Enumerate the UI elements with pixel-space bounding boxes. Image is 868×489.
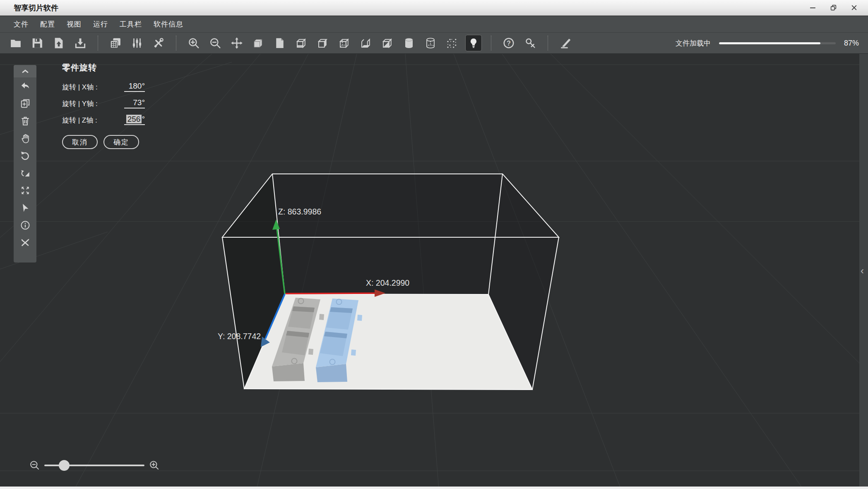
restore-button[interactable] — [829, 4, 837, 12]
page-button[interactable] — [272, 35, 288, 51]
cube-points-button[interactable] — [444, 35, 460, 51]
parameter-sliders-icon — [131, 37, 143, 49]
slice-knife-icon — [559, 37, 572, 49]
collapse-up-button[interactable] — [14, 65, 36, 77]
zoom-out-icon[interactable] — [29, 460, 40, 471]
menu-item-5[interactable]: 软件信息 — [154, 19, 183, 29]
loading-progress-fill — [719, 42, 820, 44]
degree-unit: ° — [142, 98, 145, 107]
import-model-icon — [53, 37, 65, 49]
z-axis-label: Z: 863.9986 — [278, 207, 321, 216]
rotate-y-input[interactable]: 73° — [124, 98, 145, 108]
machine-settings-icon — [109, 37, 122, 49]
rotate-y-row: 旋转 | Y轴 :73° — [62, 97, 145, 108]
repair-tools-button[interactable] — [14, 234, 36, 251]
rotate-button[interactable] — [14, 147, 36, 164]
cylinder-solid-button[interactable] — [401, 35, 417, 51]
menu-item-2[interactable]: 视图 — [67, 19, 82, 29]
export-model-icon — [74, 37, 87, 49]
rotate-z-value[interactable]: 256 — [126, 115, 142, 123]
rotate-z-label: 旋转 | Z轴 : — [62, 116, 97, 125]
duplicate-button[interactable] — [14, 95, 36, 112]
open-file-button[interactable] — [7, 35, 24, 51]
cube-solid-button[interactable] — [250, 35, 267, 51]
mirror-button[interactable] — [14, 164, 36, 182]
cube-half-icon — [381, 37, 394, 49]
light-button[interactable] — [465, 35, 482, 51]
panel-title: 零件旋转 — [62, 62, 145, 73]
cube-solid-icon — [252, 37, 264, 49]
zoom-out-button[interactable] — [207, 35, 224, 51]
pan-hand-button[interactable] — [14, 130, 36, 147]
info-button[interactable] — [14, 217, 36, 234]
minimize-icon — [809, 4, 816, 11]
title-bar: 智享切片软件 — [0, 0, 868, 16]
degree-unit: ° — [142, 115, 145, 123]
x-axis-label: X: 204.2990 — [366, 278, 409, 287]
help-icon: ? — [503, 37, 515, 49]
window-title: 智享切片软件 — [14, 0, 58, 16]
box-bottom-button[interactable] — [358, 35, 374, 51]
zoom-in-icon[interactable] — [149, 460, 160, 471]
machine-settings-button[interactable] — [107, 35, 124, 51]
expand-panel-chevron[interactable]: ‹ — [861, 266, 864, 276]
undo-button[interactable] — [14, 77, 36, 95]
cylinder-solid-icon — [403, 37, 415, 49]
menu-bar: 文件配置视图运行工具栏软件信息 — [0, 16, 868, 32]
confirm-button[interactable]: 确定 — [103, 135, 139, 149]
export-model-button[interactable] — [72, 35, 89, 51]
select-cursor-icon — [20, 202, 31, 213]
zoom-slider-thumb[interactable] — [59, 460, 70, 471]
y-axis-label: Y: 208.7742 — [218, 332, 261, 341]
rotate-x-value[interactable]: 180 — [129, 82, 142, 90]
cube-points-icon — [446, 37, 458, 49]
cylinder-wireframe-button[interactable] — [422, 35, 439, 51]
parameter-sliders-button[interactable] — [129, 35, 145, 51]
fit-view-button[interactable] — [14, 182, 36, 199]
cancel-button[interactable]: 取消 — [62, 135, 98, 149]
zoom-in-icon — [188, 37, 200, 49]
cube-wireframe-button[interactable] — [336, 35, 353, 51]
tools-button[interactable] — [150, 35, 167, 51]
zoom-slider[interactable] — [44, 460, 144, 471]
rotate-z-row: 旋转 | Z轴 :256° — [62, 114, 145, 125]
select-cursor-button[interactable] — [14, 199, 36, 217]
box-glass-button[interactable] — [293, 35, 310, 51]
rotate-z-input[interactable]: 256° — [124, 115, 145, 125]
menu-item-0[interactable]: 文件 — [14, 19, 29, 29]
rotate-x-row: 旋转 | X轴 :180° — [62, 81, 145, 92]
minimize-button[interactable] — [808, 4, 817, 12]
x-axis — [286, 293, 376, 294]
open-file-icon — [10, 37, 22, 49]
rotate-x-input[interactable]: 180° — [124, 82, 145, 92]
rotate-y-label: 旋转 | Y轴 : — [62, 99, 98, 108]
box-bottom-icon — [360, 37, 372, 49]
toolbar-separator — [176, 36, 176, 51]
application-window: 智享切片软件 文件配置视图运行工具栏软件信息 ? 文件加载中 87% — [0, 0, 868, 489]
rotate-y-value[interactable]: 73 — [133, 98, 142, 107]
license-key-button[interactable] — [522, 35, 539, 51]
repair-tools-icon — [20, 237, 31, 248]
cube-face-right-button[interactable] — [315, 35, 331, 51]
save-file-button[interactable] — [29, 35, 46, 51]
slice-knife-button[interactable] — [557, 35, 574, 51]
menu-item-1[interactable]: 配置 — [40, 19, 55, 29]
license-key-icon — [524, 37, 536, 49]
move-model-button[interactable] — [228, 35, 245, 51]
close-button[interactable] — [850, 4, 858, 12]
menu-item-4[interactable]: 工具栏 — [120, 19, 142, 29]
cube-half-button[interactable] — [379, 35, 396, 51]
collapse-up-icon — [20, 66, 31, 77]
info-icon — [20, 220, 31, 231]
move-model-icon — [231, 37, 243, 49]
delete-button[interactable] — [14, 112, 36, 130]
cube-wireframe-icon — [338, 37, 351, 49]
zoom-in-button[interactable] — [185, 35, 202, 51]
fit-view-icon — [20, 185, 31, 196]
import-model-button[interactable] — [50, 35, 67, 51]
help-button[interactable]: ? — [500, 35, 517, 51]
pan-hand-icon — [20, 133, 31, 144]
menu-item-3[interactable]: 运行 — [93, 19, 108, 29]
loading-label: 文件加载中 — [676, 39, 711, 48]
degree-unit: ° — [142, 82, 145, 90]
